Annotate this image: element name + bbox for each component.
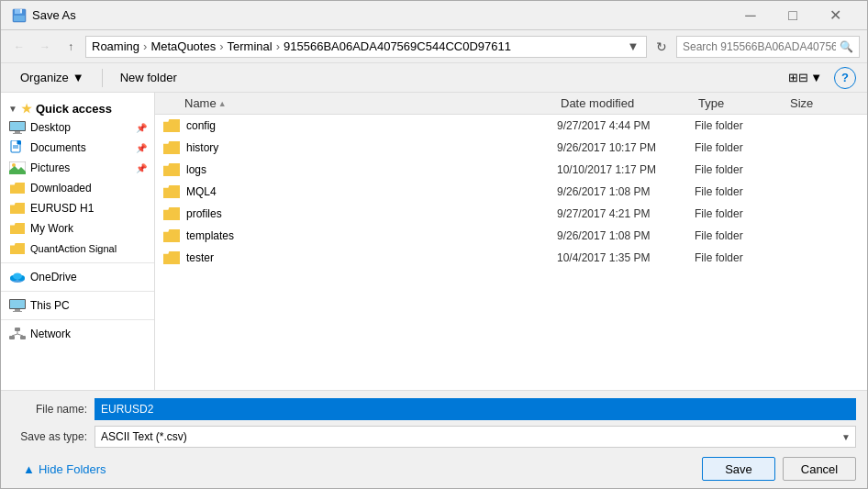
breadcrumb-dropdown[interactable]: ▼: [626, 37, 640, 57]
file-date: 9/26/2017 1:08 PM: [557, 229, 695, 242]
file-type: File folder: [695, 185, 786, 198]
sidebar-item-documents[interactable]: Documents 📌: [1, 138, 154, 158]
saveastype-label: Save as type:: [12, 430, 95, 443]
hide-folders-arrow: ▲: [23, 462, 35, 476]
filename-row: File name:: [12, 398, 856, 420]
hide-folders-label: Hide Folders: [39, 462, 106, 476]
refresh-button[interactable]: ↻: [651, 36, 673, 58]
sidebar: ▼ ★ Quick access Desktop 📌 Documents 📌: [1, 93, 155, 390]
file-date: 9/26/2017 1:08 PM: [557, 185, 695, 198]
sidebar-item-eurusd[interactable]: EURUSD H1: [1, 198, 154, 218]
svg-rect-21: [13, 311, 22, 312]
toolbar-separator: [102, 69, 103, 87]
svg-rect-20: [15, 309, 20, 311]
sidebar-item-thispc[interactable]: This PC: [1, 295, 154, 316]
eurusd-folder-icon: [8, 201, 27, 216]
file-type: File folder: [695, 229, 786, 242]
downloaded-folder-icon: [8, 181, 27, 195]
save-as-dialog: Save As ─ □ ✕ ← → ↑ Roaming › MetaQuotes…: [0, 0, 868, 489]
minimize-button[interactable]: ─: [729, 5, 772, 27]
folder-icon: [162, 117, 181, 134]
col-header-type[interactable]: Type: [695, 96, 786, 110]
sidebar-item-onedrive[interactable]: OneDrive: [1, 267, 154, 287]
folder-icon: [162, 161, 181, 178]
breadcrumb-id: 915566BA06ADA407569C544CC0D97611: [284, 39, 511, 53]
breadcrumb[interactable]: Roaming › MetaQuotes › Terminal › 915566…: [85, 36, 647, 58]
cancel-button[interactable]: Cancel: [783, 457, 856, 481]
close-button[interactable]: ✕: [814, 5, 856, 27]
table-row[interactable]: MQL4 9/26/2017 1:08 PM File folder: [155, 181, 867, 203]
folder-icon: [162, 250, 181, 266]
save-label: Save: [725, 462, 752, 476]
action-row: ▲ Hide Folders Save Cancel: [12, 453, 856, 481]
eurusd-label: EURUSD H1: [30, 202, 147, 215]
svg-rect-6: [15, 131, 20, 133]
sidebar-item-network[interactable]: Network: [1, 324, 154, 344]
nav-bar: ← → ↑ Roaming › MetaQuotes › Terminal › …: [1, 30, 867, 63]
sidebar-item-downloaded[interactable]: Downloaded: [1, 178, 154, 198]
organize-button[interactable]: Organize ▼: [12, 67, 93, 89]
pictures-icon: [8, 161, 27, 175]
network-label: Network: [30, 328, 147, 340]
table-row[interactable]: history 9/26/2017 10:17 PM File folder: [155, 137, 867, 159]
sidebar-item-mywork[interactable]: My Work: [1, 218, 154, 239]
svg-rect-24: [20, 336, 26, 339]
table-row[interactable]: config 9/27/2017 4:44 PM File folder: [155, 115, 867, 137]
col-header-name[interactable]: Name ▲: [181, 96, 557, 110]
sidebar-item-desktop[interactable]: Desktop 📌: [1, 117, 154, 138]
sidebar-item-quantaction[interactable]: QuantAction Signal: [1, 239, 154, 259]
svg-marker-9: [17, 140, 21, 144]
svg-rect-2: [20, 9, 22, 13]
col-header-size[interactable]: Size: [786, 96, 860, 110]
search-icon: 🔍: [840, 40, 853, 53]
mywork-folder-icon: [8, 221, 27, 236]
back-button[interactable]: ←: [8, 36, 30, 58]
documents-icon: [8, 140, 27, 155]
thispc-label: This PC: [30, 299, 147, 312]
file-date: 9/27/2017 4:21 PM: [557, 207, 695, 220]
quick-access-header[interactable]: ▼ ★ Quick access: [1, 96, 154, 117]
file-list: config 9/27/2017 4:44 PM File folder his…: [155, 115, 867, 390]
breadcrumb-roaming: Roaming: [92, 39, 139, 53]
cancel-label: Cancel: [801, 462, 838, 476]
table-row[interactable]: profiles 9/27/2017 4:21 PM File folder: [155, 203, 867, 225]
quantaction-folder-icon: [8, 241, 27, 256]
up-button[interactable]: ↑: [60, 36, 82, 58]
folder-icon: [162, 139, 181, 156]
table-row[interactable]: templates 9/26/2017 1:08 PM File folder: [155, 225, 867, 247]
mywork-label: My Work: [30, 222, 147, 235]
svg-point-17: [13, 273, 22, 280]
help-button[interactable]: ?: [834, 67, 856, 89]
forward-button[interactable]: →: [34, 36, 56, 58]
maximize-button[interactable]: □: [772, 5, 814, 27]
svg-point-13: [12, 163, 16, 167]
search-input[interactable]: [683, 40, 836, 53]
sidebar-separator-3: [1, 319, 154, 320]
table-row[interactable]: logs 10/10/2017 1:17 PM File folder: [155, 159, 867, 181]
sort-arrow: ▲: [218, 99, 227, 108]
organize-label: Organize: [20, 71, 69, 84]
hide-folders-button[interactable]: ▲ Hide Folders: [12, 461, 117, 478]
new-folder-label: New folder: [120, 71, 177, 84]
svg-rect-19: [10, 300, 25, 308]
dialog-title: Save As: [32, 8, 76, 22]
pictures-label: Pictures: [30, 161, 134, 174]
views-button[interactable]: ⊞⊟ ▼: [784, 67, 827, 89]
sidebar-separator-1: [1, 262, 154, 263]
filename-input[interactable]: [95, 398, 856, 420]
file-name: history: [186, 141, 557, 154]
organize-chevron: ▼: [72, 71, 84, 84]
main-content: ▼ ★ Quick access Desktop 📌 Documents 📌: [1, 93, 867, 390]
file-name: logs: [186, 163, 557, 176]
col-header-date[interactable]: Date modified: [557, 96, 695, 110]
svg-rect-22: [15, 328, 20, 331]
file-name: profiles: [186, 207, 557, 220]
table-row[interactable]: tester 10/4/2017 1:35 PM File folder: [155, 247, 867, 269]
breadcrumb-metaquotes: MetaQuotes: [150, 39, 216, 53]
sidebar-item-pictures[interactable]: Pictures 📌: [1, 158, 154, 178]
new-folder-button[interactable]: New folder: [112, 67, 185, 89]
file-type: File folder: [695, 141, 786, 154]
saveastype-select[interactable]: ASCII Text (*.csv) CSV (*.csv) Excel (*.…: [95, 426, 856, 448]
save-button[interactable]: Save: [702, 457, 775, 481]
saveastype-row: Save as type: ASCII Text (*.csv) CSV (*.…: [12, 426, 856, 448]
